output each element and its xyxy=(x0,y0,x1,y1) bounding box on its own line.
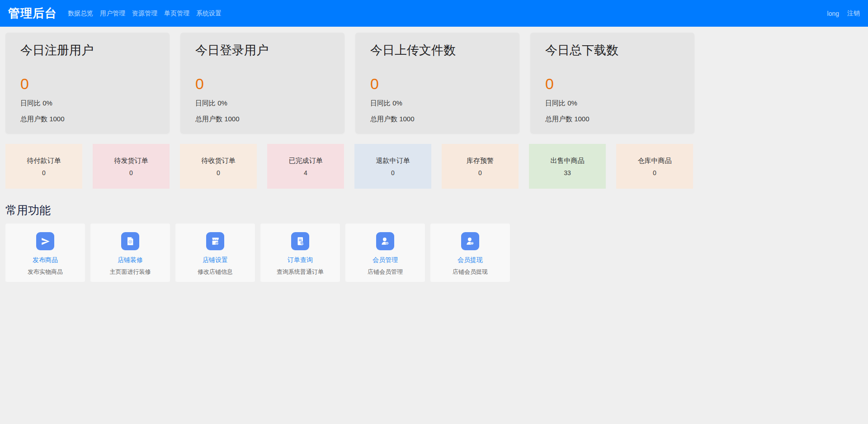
stat-card: 今日注册用户 0 日同比 0% 总用户数 1000 xyxy=(5,33,170,133)
dashboard-content: 今日注册用户 0 日同比 0% 总用户数 1000 今日登录用户 0 日同比 0… xyxy=(0,27,868,282)
quick-function-subtitle: 店铺会员提现 xyxy=(430,268,510,276)
shop-settings-icon xyxy=(206,232,224,250)
order-tile-value: 0 xyxy=(42,169,46,176)
order-tile-value: 0 xyxy=(478,169,482,176)
member-withdraw-icon: ¥ xyxy=(461,232,479,250)
order-tile-label: 待发货订单 xyxy=(114,157,148,165)
quick-function-title: 店铺装修 xyxy=(90,256,170,264)
stat-card-value: 0 xyxy=(195,76,330,92)
quick-function-card[interactable]: 店铺装修 主页面进行装修 xyxy=(90,224,170,282)
order-search-icon xyxy=(291,232,309,250)
stat-card-day-ratio: 日同比 0% xyxy=(545,99,679,108)
stat-card: 今日上传文件数 0 日同比 0% 总用户数 1000 xyxy=(355,33,519,133)
order-tile-label: 已完成订单 xyxy=(289,157,323,165)
order-tiles-row: 待付款订单 0 待发货订单 0 待收货订单 0 已完成订单 4 退款中订单 0 xyxy=(5,144,863,189)
order-tile-label: 待付款订单 xyxy=(27,157,61,165)
quick-function-card[interactable]: 会员管理 店铺会员管理 xyxy=(345,224,425,282)
quick-function-subtitle: 主页面进行装修 xyxy=(90,268,170,276)
quick-function-subtitle: 查询系统普通订单 xyxy=(260,268,340,276)
order-tile-label: 待收货订单 xyxy=(202,157,236,165)
quick-function-subtitle: 发布实物商品 xyxy=(5,268,85,276)
stat-card-total: 总用户数 1000 xyxy=(195,114,330,124)
order-tile-value: 4 xyxy=(304,169,307,176)
top-navbar: 管理后台 数据总览 用户管理 资源管理 单页管理 系统设置 long 注销 xyxy=(0,0,868,27)
order-tile-value: 0 xyxy=(391,169,395,176)
quick-function-title: 会员管理 xyxy=(345,256,425,264)
stat-card-total: 总用户数 1000 xyxy=(545,114,679,124)
logout-link[interactable]: 注销 xyxy=(847,6,860,21)
quick-function-subtitle: 修改店铺信息 xyxy=(175,268,255,276)
quick-function-title: 发布商品 xyxy=(5,256,85,264)
quick-function-card[interactable]: 发布商品 发布实物商品 xyxy=(5,224,85,282)
stats-row: 今日注册用户 0 日同比 0% 总用户数 1000 今日登录用户 0 日同比 0… xyxy=(5,33,863,133)
order-tile-label: 仓库中商品 xyxy=(638,157,672,165)
app-title: 管理后台 xyxy=(8,5,57,21)
quick-functions-row: 发布商品 发布实物商品 店铺装修 主页面进行装修 店铺设置 修改店铺信息 订单查… xyxy=(5,224,863,282)
paper-plane-icon xyxy=(36,232,54,250)
stat-card-value: 0 xyxy=(370,76,505,92)
order-tile-value: 0 xyxy=(653,169,656,176)
order-tile[interactable]: 已完成订单 4 xyxy=(267,144,344,189)
quick-functions-heading: 常用功能 xyxy=(5,203,863,217)
stat-card-title: 今日登录用户 xyxy=(195,43,330,57)
stat-card-day-ratio: 日同比 0% xyxy=(370,99,505,108)
navbar-right: long 注销 xyxy=(819,6,860,21)
quick-function-card[interactable]: 订单查询 查询系统普通订单 xyxy=(260,224,340,282)
order-tile-label: 出售中商品 xyxy=(551,157,585,165)
order-tile[interactable]: 退款中订单 0 xyxy=(354,144,431,189)
order-tile[interactable]: 待付款订单 0 xyxy=(5,144,82,189)
stat-card-value: 0 xyxy=(545,76,679,92)
nav-item[interactable]: 单页管理 xyxy=(164,6,189,21)
quick-function-title: 店铺设置 xyxy=(175,256,255,264)
nav-item[interactable]: 用户管理 xyxy=(100,6,125,21)
stat-card: 今日登录用户 0 日同比 0% 总用户数 1000 xyxy=(180,33,344,133)
order-tile[interactable]: 仓库中商品 0 xyxy=(616,144,693,189)
main-nav: 数据总览 用户管理 资源管理 单页管理 系统设置 xyxy=(68,6,228,21)
order-tile[interactable]: 待收货订单 0 xyxy=(180,144,257,189)
order-tile-label: 库存预警 xyxy=(467,157,494,165)
stat-card-day-ratio: 日同比 0% xyxy=(195,99,330,108)
order-tile-value: 33 xyxy=(564,169,571,176)
username-link[interactable]: long xyxy=(827,6,839,21)
stat-card-total: 总用户数 1000 xyxy=(20,114,155,124)
order-tile-label: 退款中订单 xyxy=(376,157,410,165)
stat-card-day-ratio: 日同比 0% xyxy=(20,99,155,108)
nav-item[interactable]: 资源管理 xyxy=(132,6,157,21)
nav-item[interactable]: 系统设置 xyxy=(196,6,222,21)
page-decorate-icon xyxy=(121,232,139,250)
quick-function-title: 会员提现 xyxy=(430,256,510,264)
stat-card-title: 今日注册用户 xyxy=(20,43,155,57)
order-tile-value: 0 xyxy=(129,169,133,176)
stat-card-total: 总用户数 1000 xyxy=(370,114,505,124)
quick-function-card[interactable]: 店铺设置 修改店铺信息 xyxy=(175,224,255,282)
order-tile-value: 0 xyxy=(217,169,220,176)
quick-function-subtitle: 店铺会员管理 xyxy=(345,268,425,276)
stat-card-title: 今日总下载数 xyxy=(545,43,679,57)
order-tile[interactable]: 出售中商品 33 xyxy=(529,144,606,189)
order-tile[interactable]: 待发货订单 0 xyxy=(93,144,170,189)
stat-card: 今日总下载数 0 日同比 0% 总用户数 1000 xyxy=(530,33,694,133)
stat-card-value: 0 xyxy=(20,76,155,92)
member-manage-icon xyxy=(376,232,394,250)
nav-item[interactable]: 数据总览 xyxy=(68,6,93,21)
quick-function-title: 订单查询 xyxy=(260,256,340,264)
quick-function-card[interactable]: ¥ 会员提现 店铺会员提现 xyxy=(430,224,510,282)
stat-card-title: 今日上传文件数 xyxy=(370,43,505,57)
order-tile[interactable]: 库存预警 0 xyxy=(442,144,519,189)
